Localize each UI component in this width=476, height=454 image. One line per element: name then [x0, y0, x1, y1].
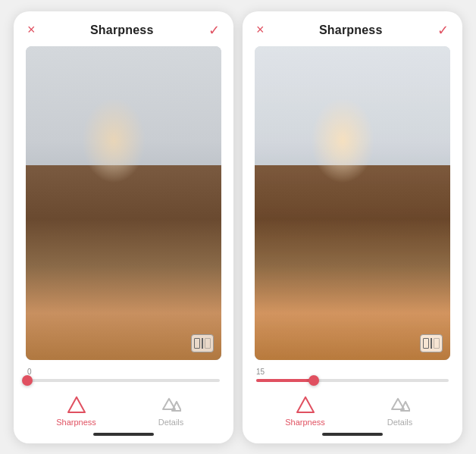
details-icon	[161, 394, 182, 415]
slider-track[interactable]	[27, 379, 220, 382]
tab-area: Sharpness Details	[14, 387, 233, 427]
slider-track[interactable]	[256, 379, 449, 382]
slider-area: 0	[14, 360, 233, 387]
tab-sharpness[interactable]: Sharpness	[29, 394, 124, 427]
phone-header: × Sharpness ✓	[243, 11, 462, 46]
tab-details[interactable]: Details	[352, 394, 447, 427]
header-title: Sharpness	[90, 23, 154, 37]
tab-sharpness[interactable]: Sharpness	[258, 394, 352, 427]
phone-card-after: × Sharpness ✓ 15 Sharpness	[243, 11, 462, 443]
image-area	[26, 46, 221, 360]
details-icon	[390, 394, 411, 415]
home-indicator	[322, 433, 383, 436]
tab-details-label: Details	[158, 418, 184, 427]
svg-marker-3	[297, 397, 314, 412]
sharpness-icon	[66, 394, 87, 415]
tab-area: Sharpness Details	[243, 387, 462, 427]
compare-button[interactable]	[420, 334, 443, 352]
phone-card-before: × Sharpness ✓ 0 Sharpness	[14, 11, 233, 443]
header-title: Sharpness	[319, 23, 383, 37]
slider-thumb[interactable]	[22, 375, 33, 386]
sharpness-icon	[295, 394, 316, 415]
check-icon[interactable]: ✓	[437, 22, 449, 39]
slider-value: 0	[27, 368, 220, 376]
tab-sharpness-label: Sharpness	[56, 418, 96, 427]
check-icon[interactable]: ✓	[208, 22, 220, 39]
svg-marker-0	[68, 397, 85, 412]
phone-header: × Sharpness ✓	[14, 11, 233, 46]
slider-value: 15	[256, 368, 449, 376]
tab-sharpness-label: Sharpness	[285, 418, 325, 427]
close-icon[interactable]: ×	[27, 22, 36, 38]
image-area	[255, 46, 450, 360]
slider-area: 15	[243, 360, 462, 387]
slider-thumb[interactable]	[308, 375, 319, 386]
home-indicator	[93, 433, 154, 436]
tab-details-label: Details	[387, 418, 413, 427]
slider-fill	[256, 379, 314, 382]
tab-details[interactable]: Details	[124, 394, 218, 427]
close-icon[interactable]: ×	[256, 22, 265, 38]
compare-button[interactable]	[191, 334, 214, 352]
